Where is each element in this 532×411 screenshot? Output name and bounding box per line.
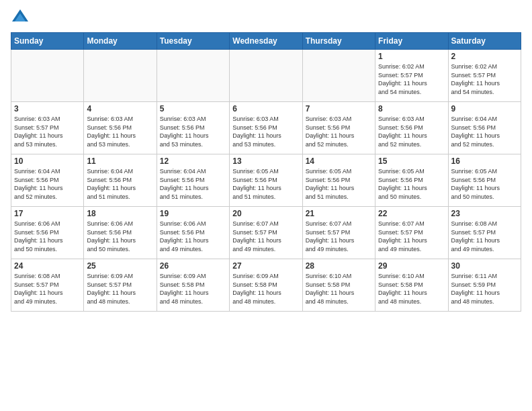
calendar-cell: 2Sunrise: 6:02 AM Sunset: 5:57 PM Daylig… (448, 50, 521, 102)
day-info: Sunrise: 6:03 AM Sunset: 5:57 PM Dayligh… (14, 115, 81, 148)
day-number: 21 (306, 209, 372, 218)
day-number: 24 (14, 261, 81, 271)
weekday-header-tuesday: Tuesday (157, 33, 229, 50)
day-number: 1 (378, 52, 445, 61)
day-info: Sunrise: 6:05 AM Sunset: 5:56 PM Dayligh… (306, 167, 372, 201)
day-info: Sunrise: 6:03 AM Sunset: 5:56 PM Dayligh… (306, 115, 372, 148)
weekday-header-row: SundayMondayTuesdayWednesdayThursdayFrid… (11, 33, 521, 50)
calendar-cell: 11Sunrise: 6:04 AM Sunset: 5:56 PM Dayli… (84, 154, 157, 207)
weekday-header-friday: Friday (375, 33, 448, 50)
day-info: Sunrise: 6:03 AM Sunset: 5:56 PM Dayligh… (160, 115, 226, 148)
calendar-cell: 1Sunrise: 6:02 AM Sunset: 5:57 PM Daylig… (375, 50, 448, 102)
calendar-cell (230, 50, 302, 102)
day-info: Sunrise: 6:09 AM Sunset: 5:58 PM Dayligh… (160, 272, 226, 306)
calendar-cell: 8Sunrise: 6:03 AM Sunset: 5:56 PM Daylig… (375, 102, 448, 154)
day-number: 8 (378, 104, 445, 113)
day-number: 12 (160, 156, 226, 166)
day-info: Sunrise: 6:10 AM Sunset: 5:58 PM Dayligh… (378, 272, 445, 306)
header (11, 8, 521, 27)
calendar-cell: 18Sunrise: 6:06 AM Sunset: 5:56 PM Dayli… (84, 207, 157, 259)
calendar-cell: 10Sunrise: 6:04 AM Sunset: 5:56 PM Dayli… (11, 154, 84, 207)
day-number: 6 (232, 104, 299, 113)
calendar-cell: 12Sunrise: 6:04 AM Sunset: 5:56 PM Dayli… (157, 154, 229, 207)
day-number: 26 (160, 261, 226, 271)
page: SundayMondayTuesdayWednesdayThursdayFrid… (0, 0, 532, 317)
calendar-week-4: 17Sunrise: 6:06 AM Sunset: 5:56 PM Dayli… (11, 207, 521, 259)
calendar-cell: 26Sunrise: 6:09 AM Sunset: 5:58 PM Dayli… (157, 259, 229, 312)
day-number: 3 (14, 104, 81, 113)
calendar-cell: 14Sunrise: 6:05 AM Sunset: 5:56 PM Dayli… (302, 154, 375, 207)
weekday-header-thursday: Thursday (302, 33, 375, 50)
day-info: Sunrise: 6:05 AM Sunset: 5:56 PM Dayligh… (378, 167, 445, 201)
day-number: 10 (14, 156, 81, 166)
calendar-cell: 7Sunrise: 6:03 AM Sunset: 5:56 PM Daylig… (302, 102, 375, 154)
weekday-header-wednesday: Wednesday (230, 33, 302, 50)
calendar-cell: 25Sunrise: 6:09 AM Sunset: 5:57 PM Dayli… (84, 259, 157, 312)
day-info: Sunrise: 6:10 AM Sunset: 5:58 PM Dayligh… (306, 272, 372, 306)
day-number: 25 (87, 261, 153, 271)
weekday-header-sunday: Sunday (11, 33, 84, 50)
logo-icon (11, 8, 30, 27)
calendar-cell: 15Sunrise: 6:05 AM Sunset: 5:56 PM Dayli… (375, 154, 448, 207)
day-number: 19 (160, 209, 226, 218)
calendar-week-3: 10Sunrise: 6:04 AM Sunset: 5:56 PM Dayli… (11, 154, 521, 207)
day-number: 17 (14, 209, 81, 218)
calendar-cell: 24Sunrise: 6:08 AM Sunset: 5:57 PM Dayli… (11, 259, 84, 312)
weekday-header-saturday: Saturday (448, 33, 521, 50)
calendar-cell: 22Sunrise: 6:07 AM Sunset: 5:57 PM Dayli… (375, 207, 448, 259)
day-info: Sunrise: 6:09 AM Sunset: 5:58 PM Dayligh… (232, 272, 299, 306)
calendar-cell: 27Sunrise: 6:09 AM Sunset: 5:58 PM Dayli… (230, 259, 302, 312)
calendar-cell: 17Sunrise: 6:06 AM Sunset: 5:56 PM Dayli… (11, 207, 84, 259)
day-info: Sunrise: 6:08 AM Sunset: 5:57 PM Dayligh… (451, 220, 518, 253)
calendar-cell: 19Sunrise: 6:06 AM Sunset: 5:56 PM Dayli… (157, 207, 229, 259)
day-info: Sunrise: 6:05 AM Sunset: 5:56 PM Dayligh… (232, 167, 299, 201)
day-number: 11 (87, 156, 153, 166)
calendar-cell: 21Sunrise: 6:07 AM Sunset: 5:57 PM Dayli… (302, 207, 375, 259)
day-number: 18 (87, 209, 153, 218)
calendar-week-5: 24Sunrise: 6:08 AM Sunset: 5:57 PM Dayli… (11, 259, 521, 312)
calendar-cell: 20Sunrise: 6:07 AM Sunset: 5:57 PM Dayli… (230, 207, 302, 259)
calendar-cell: 9Sunrise: 6:04 AM Sunset: 5:56 PM Daylig… (448, 102, 521, 154)
calendar-cell: 29Sunrise: 6:10 AM Sunset: 5:58 PM Dayli… (375, 259, 448, 312)
day-number: 16 (451, 156, 518, 166)
day-info: Sunrise: 6:04 AM Sunset: 5:56 PM Dayligh… (160, 167, 226, 201)
calendar-cell: 16Sunrise: 6:05 AM Sunset: 5:56 PM Dayli… (448, 154, 521, 207)
day-info: Sunrise: 6:06 AM Sunset: 5:56 PM Dayligh… (87, 220, 153, 253)
calendar-week-1: 1Sunrise: 6:02 AM Sunset: 5:57 PM Daylig… (11, 50, 521, 102)
calendar-cell: 4Sunrise: 6:03 AM Sunset: 5:56 PM Daylig… (84, 102, 157, 154)
day-info: Sunrise: 6:04 AM Sunset: 5:56 PM Dayligh… (451, 115, 518, 148)
day-info: Sunrise: 6:08 AM Sunset: 5:57 PM Dayligh… (14, 272, 81, 306)
weekday-header-monday: Monday (84, 33, 157, 50)
day-number: 13 (232, 156, 299, 166)
day-number: 5 (160, 104, 226, 113)
day-number: 27 (232, 261, 299, 271)
day-number: 7 (306, 104, 372, 113)
day-info: Sunrise: 6:09 AM Sunset: 5:57 PM Dayligh… (87, 272, 153, 306)
calendar-cell (84, 50, 157, 102)
day-number: 20 (232, 209, 299, 218)
calendar-cell: 13Sunrise: 6:05 AM Sunset: 5:56 PM Dayli… (230, 154, 302, 207)
day-info: Sunrise: 6:03 AM Sunset: 5:56 PM Dayligh… (232, 115, 299, 148)
day-info: Sunrise: 6:04 AM Sunset: 5:56 PM Dayligh… (87, 167, 153, 201)
calendar-cell: 5Sunrise: 6:03 AM Sunset: 5:56 PM Daylig… (157, 102, 229, 154)
calendar-cell: 3Sunrise: 6:03 AM Sunset: 5:57 PM Daylig… (11, 102, 84, 154)
calendar-cell (302, 50, 375, 102)
day-number: 14 (306, 156, 372, 166)
day-info: Sunrise: 6:07 AM Sunset: 5:57 PM Dayligh… (378, 220, 445, 253)
day-number: 15 (378, 156, 445, 166)
day-number: 2 (451, 52, 518, 61)
day-number: 4 (87, 104, 153, 113)
calendar-table: SundayMondayTuesdayWednesdayThursdayFrid… (11, 32, 521, 312)
day-info: Sunrise: 6:05 AM Sunset: 5:56 PM Dayligh… (451, 167, 518, 201)
day-info: Sunrise: 6:06 AM Sunset: 5:56 PM Dayligh… (14, 220, 81, 253)
calendar-cell: 30Sunrise: 6:11 AM Sunset: 5:59 PM Dayli… (448, 259, 521, 312)
day-number: 28 (306, 261, 372, 271)
calendar-cell: 6Sunrise: 6:03 AM Sunset: 5:56 PM Daylig… (230, 102, 302, 154)
day-info: Sunrise: 6:03 AM Sunset: 5:56 PM Dayligh… (87, 115, 153, 148)
calendar-cell (11, 50, 84, 102)
day-info: Sunrise: 6:07 AM Sunset: 5:57 PM Dayligh… (306, 220, 372, 253)
day-number: 23 (451, 209, 518, 218)
logo (11, 8, 32, 27)
day-number: 22 (378, 209, 445, 218)
calendar-week-2: 3Sunrise: 6:03 AM Sunset: 5:57 PM Daylig… (11, 102, 521, 154)
